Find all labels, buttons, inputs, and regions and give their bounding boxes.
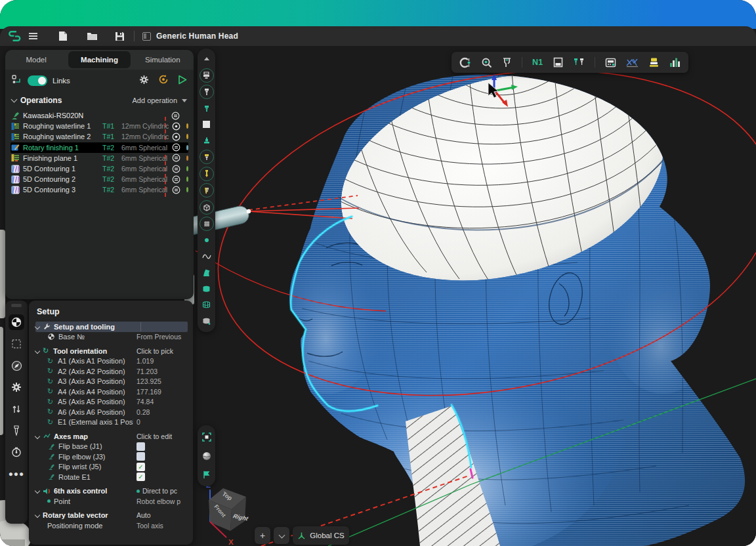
tool-half-icon[interactable] [200,183,214,198]
tool-orientation-header[interactable]: ↻ Tool orientation Click to pick [35,346,188,356]
checkbox-unchecked[interactable] [136,452,145,461]
fixture-screw-icon[interactable] [200,167,214,181]
op-state-pending-icon[interactable] [172,165,180,173]
operation-row[interactable]: 5D Contouring 1 T#2 6mm Spherical r [10,163,188,174]
tab-model[interactable]: Model [5,50,67,70]
flip-row[interactable]: Flip wrist (J5) ✓ [35,462,188,472]
settings-gear-icon[interactable] [139,75,149,87]
strip-handle[interactable] [11,304,22,307]
add-operation-caret[interactable] [182,99,187,102]
c-axis-icon[interactable] [459,56,471,68]
op-state-pending-icon[interactable] [172,143,180,152]
flag-teal-icon[interactable] [199,468,214,482]
machine-state-icon[interactable] [171,112,180,120]
recalculate-icon[interactable] [158,74,169,87]
statistics-icon[interactable] [669,56,681,68]
add-operation-button[interactable]: Add operation [133,96,188,104]
operation-row[interactable]: Roughing waterline 2 T#1 12mm Cylindrica [10,131,188,142]
holder-yellow-icon[interactable] [200,150,214,164]
flip-row[interactable]: Flip elbow (J3) [35,452,188,462]
new-document-icon[interactable] [54,28,72,44]
rotary-table-header[interactable]: Rotary table vector Auto [35,511,188,521]
tab-machining[interactable]: Machining [68,51,130,68]
global-cs-button[interactable]: Global CS [293,526,349,545]
save-icon[interactable] [110,28,129,44]
axes-map-header[interactable]: Axes map Click to edit [35,431,188,442]
compass-icon[interactable] [9,358,24,373]
curve-icon[interactable] [199,249,214,263]
view-cube[interactable]: Top Front Right Z X [206,481,250,546]
checkbox-unchecked[interactable] [136,442,145,451]
op-state-pending-icon[interactable] [172,175,180,184]
toolholders-icon[interactable] [573,56,585,68]
operation-row[interactable]: Finishing plane 1 T#2 6mm Spherical r [10,153,188,163]
axis-row[interactable]: ↻A3 (Axis A3 Position)123.925 [35,377,188,387]
op-state-computed-icon[interactable] [172,122,180,131]
control-panel-icon[interactable] [605,56,616,68]
toolpath-icon[interactable] [626,56,639,68]
links-toggle[interactable] [28,75,47,86]
robot-icon [10,112,20,120]
part-box-icon[interactable] [200,200,214,215]
tool-lamp-icon[interactable] [9,423,24,438]
viewport-3d[interactable]: Top Front Right Z X Model Machining Simu… [0,46,756,546]
machine-visibility-icon[interactable] [200,68,214,83]
workpiece-square-icon[interactable] [199,117,214,131]
app-logo[interactable] [5,28,24,44]
op-state-pending-icon[interactable] [172,154,180,162]
add-cs-button[interactable]: + [255,527,270,544]
flip-row[interactable]: Rotate E1 ✓ [35,472,188,482]
point-icon[interactable] [199,234,214,247]
tool-teal-icon[interactable] [199,102,214,116]
gear-icon[interactable] [9,379,24,395]
cs-dropdown-button[interactable] [274,527,289,544]
op-state-computed-icon[interactable] [172,133,180,141]
workpiece-icon[interactable] [553,56,563,68]
selection-frame-icon[interactable] [9,336,24,352]
fit-view-icon[interactable] [199,430,214,444]
op-state-pending-icon[interactable] [172,186,180,194]
axis-row[interactable]: ↻A1 (Axis A1 Position)1.019 [35,356,188,367]
positioning-mode-row[interactable]: Positioning mode Tool axis [35,520,188,531]
hamburger-menu-icon[interactable] [24,28,42,44]
more-ellipsis-icon[interactable]: ●●● [9,466,24,482]
nc-program-label[interactable]: N1 [532,56,543,68]
point-row[interactable]: Point Robot elbow p [35,496,188,507]
operation-row[interactable]: Roughing waterline 1 T#1 12mm Cylindrica [10,121,188,131]
base-row[interactable]: Base № From Previous [35,332,188,343]
surface-gray-icon[interactable] [199,314,214,327]
machine-row[interactable]: Kawasaki-RS020N [10,110,188,121]
axis-row[interactable]: ↻E1 (External axis 1 Position)0 [35,417,188,428]
run-icon[interactable] [178,75,187,87]
surface-grid-icon[interactable] [199,298,214,312]
setup-and-tooling-header[interactable]: Setup and tooling [35,322,188,332]
shaded-sphere-icon[interactable] [199,449,214,463]
surface-curtain-icon[interactable] [199,282,214,295]
mesh-icon[interactable] [200,217,214,231]
operations-collapse-chevron[interactable] [11,96,18,103]
operation-row[interactable]: 5D Contouring 3 T#2 6mm Spherical r [10,184,188,195]
links-scheme-icon[interactable] [12,75,22,87]
open-folder-icon[interactable] [83,28,101,44]
checkbox-checked[interactable]: ✓ [136,463,145,471]
operation-row-selected[interactable]: Rotary finishing 1 T#2 6mm Spherical r [10,142,188,153]
checkbox-checked[interactable]: ✓ [136,472,145,481]
sort-arrows-icon[interactable] [9,401,24,417]
axis-row[interactable]: ↻A2 (Axis A2 Position)71.203 [35,366,188,377]
axis-row[interactable]: ↻A5 (Axis A5 Position)74.84 [35,397,188,408]
surface-flag-icon[interactable] [199,266,214,280]
spindle-teal-icon[interactable] [199,134,214,148]
operation-row[interactable]: 5D Contouring 2 T#2 6mm Spherical r [10,174,188,184]
axis-row[interactable]: ↻A4 (Axis A4 Position)177.169 [35,387,188,397]
tool-stack-icon[interactable] [648,56,660,68]
tab-simulation[interactable]: Simulation [132,50,194,70]
axis-row[interactable]: ↻A6 (Axis A6 Position)0.28 [35,407,188,417]
sixth-axis-header[interactable]: 6th axis control Direct to pc [35,486,188,497]
timer-icon[interactable] [9,444,24,460]
collapse-up-icon[interactable] [199,52,214,66]
probe-icon[interactable] [481,56,492,68]
flip-row[interactable]: Flip base (J1) [35,442,188,452]
caliper-icon[interactable] [502,56,512,68]
toolholder-visibility-icon[interactable] [200,85,214,99]
base-icon[interactable] [9,314,24,330]
